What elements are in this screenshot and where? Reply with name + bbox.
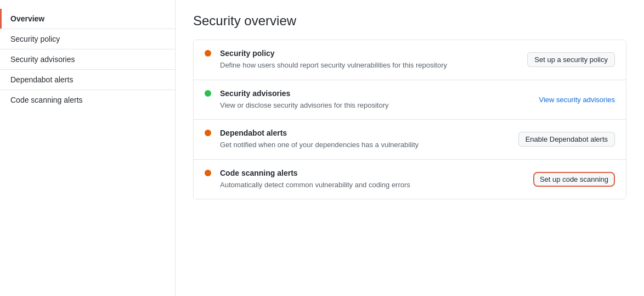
card-security-advisories: Security advisoriesView or disclose secu… (194, 80, 626, 120)
card-action-code-scanning-alerts: Set up code scanning (533, 172, 615, 187)
sidebar-item-dependabot-alerts[interactable]: Dependabot alerts (0, 70, 175, 90)
status-dot-security-policy (205, 50, 211, 57)
card-content-security-policy: Security policyDefine how users should r… (220, 49, 514, 71)
card-description-code-scanning-alerts: Automatically detect common vulnerabilit… (220, 180, 520, 191)
card-title-code-scanning-alerts: Code scanning alerts (220, 169, 520, 177)
sidebar-item-security-policy[interactable]: Security policy (0, 29, 175, 49)
card-title-security-advisories: Security advisories (220, 89, 526, 98)
sidebar: OverviewSecurity policySecurity advisori… (0, 0, 176, 296)
card-action-security-policy: Set up a security policy (527, 52, 615, 67)
card-content-code-scanning-alerts: Code scanning alertsAutomatically detect… (220, 169, 520, 191)
card-dependabot-alerts: Dependabot alertsGet notified when one o… (194, 120, 626, 160)
card-title-security-policy: Security policy (220, 49, 514, 58)
sidebar-item-overview[interactable]: Overview (0, 9, 175, 29)
page-title: Security overview (193, 13, 626, 29)
status-dot-dependabot-alerts (205, 130, 211, 136)
status-dot-security-advisories (205, 90, 211, 97)
action-button-code-scanning-alerts[interactable]: Set up code scanning (533, 172, 615, 187)
card-action-security-advisories: View security advisories (539, 93, 615, 107)
card-description-dependabot-alerts: Get notified when one of your dependenci… (220, 139, 505, 150)
card-title-dependabot-alerts: Dependabot alerts (220, 129, 505, 137)
card-security-policy: Security policyDefine how users should r… (194, 40, 626, 80)
sidebar-item-security-advisories[interactable]: Security advisories (0, 49, 175, 69)
sidebar-item-code-scanning-alerts[interactable]: Code scanning alerts (0, 90, 175, 110)
security-cards-container: Security policyDefine how users should r… (193, 40, 626, 199)
action-link-security-advisories[interactable]: View security advisories (539, 93, 615, 107)
action-button-security-policy[interactable]: Set up a security policy (527, 52, 615, 67)
card-content-dependabot-alerts: Dependabot alertsGet notified when one o… (220, 129, 505, 150)
card-action-dependabot-alerts: Enable Dependabot alerts (518, 132, 615, 147)
card-description-security-advisories: View or disclose security advisories for… (220, 100, 526, 111)
card-description-security-policy: Define how users should report security … (220, 60, 514, 71)
card-code-scanning-alerts: Code scanning alertsAutomatically detect… (194, 160, 626, 199)
card-content-security-advisories: Security advisoriesView or disclose secu… (220, 89, 526, 111)
status-dot-code-scanning-alerts (205, 170, 211, 176)
main-content: Security overview Security policyDefine … (176, 0, 644, 296)
action-button-dependabot-alerts[interactable]: Enable Dependabot alerts (518, 132, 615, 147)
